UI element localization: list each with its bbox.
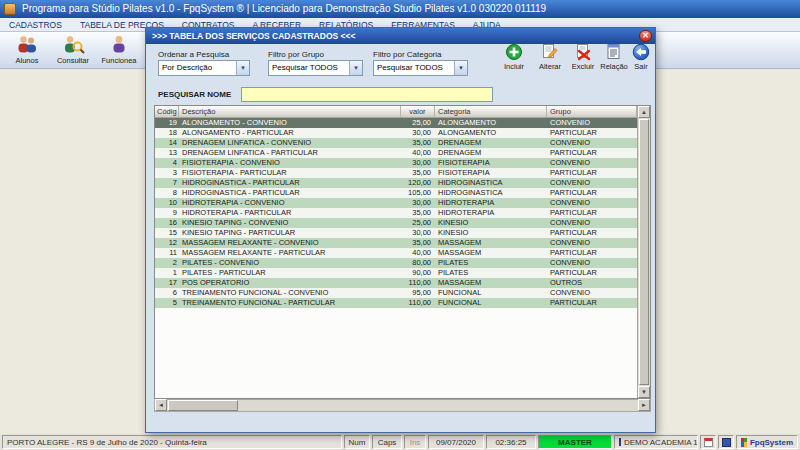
cell-grupo: CONVENIO (547, 138, 637, 148)
close-icon[interactable]: ✕ (639, 30, 652, 42)
status-location-text: PORTO ALEGRE - RS 9 de Julho de 2020 - Q… (7, 438, 207, 447)
table-row[interactable]: 4 FISIOTERAPIA - CONVENIO 30,00 FISIOTER… (155, 158, 637, 168)
menu-item-cadastros[interactable]: CADASTROS (0, 20, 71, 30)
incluir-button[interactable]: Incluir (498, 43, 530, 71)
status-date: 09/07/2020 (428, 435, 484, 449)
table-row[interactable]: 3 FISIOTERAPIA - PARTICULAR 35,00 FISIOT… (155, 168, 637, 178)
students-icon (15, 34, 39, 56)
cell-codigo: 9 (155, 208, 179, 218)
status-disk-panel (718, 435, 734, 449)
group-filter-label: Filtro por Grupo (268, 50, 324, 59)
table-row[interactable]: 11 MASSAGEM RELAXANTE - PARTICULAR 40,00… (155, 248, 637, 258)
cell-categoria: FUNCIONAL (435, 288, 547, 298)
cell-categoria: FISIOTERAPIA (435, 158, 547, 168)
table-row[interactable]: 7 HIDROGINASTICA - PARTICULAR 120,00 HID… (155, 178, 637, 188)
table-row[interactable]: 8 HIDROGINASTICA - PARTICULAR 105,00 HID… (155, 188, 637, 198)
cell-grupo: PARTICULAR (547, 228, 637, 238)
order-filter-select[interactable]: Por Descrição ▼ (158, 60, 250, 76)
delete-icon (573, 43, 593, 61)
window-titlebar: Programa para Stúdio Pilates v1.0 - FpqS… (0, 0, 800, 18)
status-insert: Ins (404, 435, 426, 449)
scroll-down-icon[interactable]: ▼ (638, 386, 650, 398)
group-filter-select[interactable]: Pesquisar TODOS ▼ (268, 60, 363, 76)
cell-codigo: 5 (155, 298, 179, 308)
search-name-input[interactable] (241, 87, 493, 102)
cell-valor: 110,00 (401, 298, 435, 308)
table-row[interactable]: 12 MASSAGEM RELAXANTE - CONVENIO 35,00 M… (155, 238, 637, 248)
chevron-down-icon[interactable]: ▼ (236, 61, 249, 75)
table-row[interactable]: 15 KINESIO TAPING - PARTICULAR 30,00 KIN… (155, 228, 637, 238)
horizontal-scroll-thumb[interactable] (168, 400, 238, 411)
cell-descricao: HIDROGINASTICA - PARTICULAR (179, 188, 401, 198)
cell-descricao: ALONGAMENTO - PARTICULAR (179, 128, 401, 138)
order-filter-label: Ordenar a Pesquisa (158, 50, 229, 59)
cell-codigo: 13 (155, 148, 179, 158)
cell-categoria: DRENAGEM (435, 138, 547, 148)
cell-valor: 35,00 (401, 138, 435, 148)
table-row[interactable]: 19 ALONGAMENTO - CONVENIO 25,00 ALONGAME… (155, 118, 637, 128)
table-row[interactable]: 16 KINESIO TAPING - CONVENIO 25,00 KINES… (155, 218, 637, 228)
table-row[interactable]: 10 HIDROTERAPIA - CONVENIO 30,00 HIDROTE… (155, 198, 637, 208)
table-row[interactable]: 18 ALONGAMENTO - PARTICULAR 30,00 ALONGA… (155, 128, 637, 138)
scroll-left-icon[interactable]: ◄ (155, 399, 167, 411)
vertical-scroll-thumb[interactable] (639, 119, 649, 385)
cell-codigo: 8 (155, 188, 179, 198)
status-caps-lock: Caps (372, 435, 402, 449)
category-filter-select[interactable]: Pesquisar TODOS ▼ (373, 60, 468, 76)
dialog-titlebar[interactable]: >>> TABELA DOS SERVIÇOS CADASTRADOS <<< … (146, 28, 655, 44)
cell-codigo: 6 (155, 288, 179, 298)
cell-descricao: DRENAGEM LINFATICA - PARTICULAR (179, 148, 401, 158)
relacao-label: Relação (600, 62, 628, 71)
cell-grupo: CONVENIO (547, 258, 637, 268)
status-time: 02:36:25 (486, 435, 536, 449)
fpqsystem-logo-icon (741, 438, 747, 447)
table-row[interactable]: 1 PILATES - PARTICULAR 90,00 PILATES PAR… (155, 268, 637, 278)
scroll-up-icon[interactable]: ▲ (638, 106, 650, 118)
excluir-button[interactable]: Excluir (567, 43, 599, 71)
services-table: Códig Descrição valor Categoria Grupo 19… (154, 105, 651, 399)
cell-grupo: PARTICULAR (547, 298, 637, 308)
scroll-right-icon[interactable]: ► (638, 399, 650, 411)
chevron-down-icon[interactable]: ▼ (349, 61, 362, 75)
cell-grupo: CONVENIO (547, 288, 637, 298)
vertical-scrollbar[interactable]: ▲ ▼ (637, 106, 650, 398)
table-row[interactable]: 6 TREINAMENTO FUNCIONAL - CONVENIO 95,00… (155, 288, 637, 298)
toolbar-label: Alunos (16, 56, 39, 65)
table-row[interactable]: 9 HIDROTERAPIA - PARTICULAR 35,00 HIDROT… (155, 208, 637, 218)
cell-categoria: MASSAGEM (435, 248, 547, 258)
cell-valor: 40,00 (401, 148, 435, 158)
column-header-categoria[interactable]: Categoria (435, 106, 547, 117)
alterar-button[interactable]: Alterar (534, 43, 566, 71)
alterar-label: Alterar (539, 62, 561, 71)
cell-grupo: PARTICULAR (547, 208, 637, 218)
cell-valor: 90,00 (401, 268, 435, 278)
cell-valor: 35,00 (401, 238, 435, 248)
chevron-down-icon[interactable]: ▼ (454, 61, 467, 75)
cell-grupo: PARTICULAR (547, 268, 637, 278)
toolbar-button-alunos[interactable]: Alunos (4, 32, 50, 68)
column-header-descricao[interactable]: Descrição (179, 106, 401, 117)
cell-grupo: PARTICULAR (547, 128, 637, 138)
table-row[interactable]: 17 POS OPERATORIO 110,00 MASSAGEM OUTROS (155, 278, 637, 288)
toolbar-button-funcionarios[interactable]: Funcionea (96, 32, 142, 68)
table-row[interactable]: 14 DRENAGEM LINFATICA - CONVENIO 35,00 D… (155, 138, 637, 148)
status-bar: PORTO ALEGRE - RS 9 de Julho de 2020 - Q… (0, 434, 800, 450)
table-row[interactable]: 13 DRENAGEM LINFATICA - PARTICULAR 40,00… (155, 148, 637, 158)
horizontal-scrollbar[interactable]: ◄ ► (154, 399, 651, 412)
table-row[interactable]: 2 PILATES - CONVENIO 80,00 PILATES CONVE… (155, 258, 637, 268)
cell-categoria: MASSAGEM (435, 278, 547, 288)
cell-codigo: 17 (155, 278, 179, 288)
cell-valor: 25,00 (401, 118, 435, 128)
cell-categoria: MASSAGEM (435, 238, 547, 248)
cell-descricao: ALONGAMENTO - CONVENIO (179, 118, 401, 128)
cell-codigo: 18 (155, 128, 179, 138)
status-location: PORTO ALEGRE - RS 9 de Julho de 2020 - Q… (2, 435, 342, 449)
table-row[interactable]: 5 TREINAMENTO FUNCIONAL - PARTICULAR 110… (155, 298, 637, 308)
column-header-grupo[interactable]: Grupo (547, 106, 637, 117)
cell-grupo: CONVENIO (547, 218, 637, 228)
status-calendar-panel (700, 435, 716, 449)
toolbar-button-consultar[interactable]: Consultar (50, 32, 96, 68)
column-header-valor[interactable]: valor (401, 106, 435, 117)
sair-button[interactable]: Sair (625, 43, 657, 71)
column-header-codigo[interactable]: Códig (155, 106, 179, 117)
